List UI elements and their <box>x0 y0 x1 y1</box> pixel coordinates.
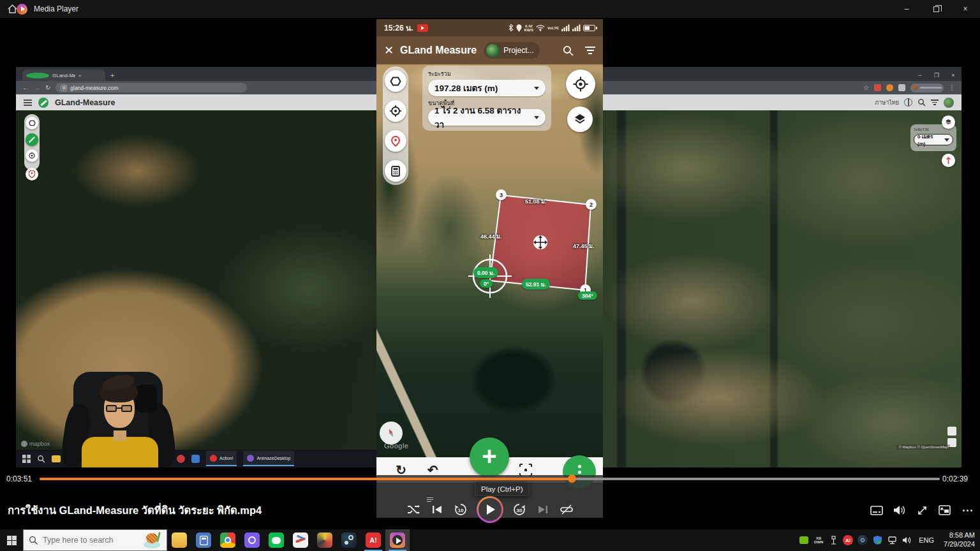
language-selector[interactable]: ภาษาไทย <box>875 98 899 107</box>
new-tab-icon[interactable]: + <box>110 71 114 79</box>
vertex-2[interactable]: 2 <box>586 199 597 210</box>
recorded-start-icon[interactable] <box>22 455 31 463</box>
reload-icon[interactable]: ↻ <box>45 84 50 91</box>
extension-chat-icon[interactable] <box>898 84 905 91</box>
distance-dropdown[interactable]: 197.28 เมตร (m) <box>428 80 546 96</box>
taskbar-game-app[interactable] <box>313 529 337 551</box>
site-avatar[interactable] <box>944 98 954 108</box>
search-input[interactable] <box>43 536 119 545</box>
polygon-tool-icon[interactable] <box>26 117 38 129</box>
layers-button[interactable] <box>567 107 593 132</box>
back-icon[interactable]: ← <box>22 84 29 91</box>
restore-button[interactable] <box>921 0 951 18</box>
desktop-survey-icon[interactable] <box>942 154 955 167</box>
area-dropdown[interactable]: 1 ไร่ 2 งาน 6.58 ตารางวา <box>428 109 546 126</box>
taskbar-purple-app[interactable] <box>240 529 264 551</box>
browser-restore-icon[interactable]: ❐ <box>928 72 945 78</box>
pin-tool-icon[interactable] <box>26 168 38 180</box>
start-button[interactable] <box>0 529 23 551</box>
play-button[interactable] <box>477 496 503 523</box>
extension-fox-icon[interactable] <box>886 84 893 91</box>
minimize-button[interactable]: – <box>892 0 921 18</box>
desktop-layers-icon[interactable] <box>942 115 955 129</box>
taskbar-search[interactable] <box>23 529 167 551</box>
phone-map[interactable]: 3 2 1 51.08 ม. 46.44 ม. 47.45 ม. 52.91 ม… <box>376 64 603 457</box>
taskbar-chrome[interactable] <box>216 529 240 551</box>
close-button[interactable]: × <box>951 0 980 18</box>
tray-nvidia-icon[interactable] <box>799 535 809 545</box>
tray-usb-icon[interactable] <box>828 535 838 545</box>
caret-down-icon <box>534 116 539 119</box>
taskbar-snip-app[interactable] <box>288 529 313 551</box>
extension-icon[interactable] <box>874 84 881 91</box>
volume-icon[interactable] <box>892 503 907 518</box>
menu-icon[interactable] <box>24 98 32 107</box>
globe-icon[interactable] <box>904 98 912 107</box>
taskbar-steam[interactable] <box>337 529 361 551</box>
project-selector[interactable]: Project... <box>484 42 540 59</box>
bookmark-star-icon[interactable]: ☆ <box>863 84 869 91</box>
tab-close-icon[interactable]: × <box>78 73 101 78</box>
browser-tab[interactable]: GLand-Measure × <box>22 70 105 81</box>
recorded-tray-icon-1[interactable] <box>177 455 185 463</box>
recorded-app-animaze[interactable]: AnimazeDesktop <box>243 451 294 466</box>
forward-icon[interactable]: → <box>34 84 40 91</box>
forward-30-icon[interactable]: 30 <box>512 502 527 517</box>
tray-steam-icon[interactable] <box>858 535 868 545</box>
tray-volume-icon[interactable] <box>902 535 912 545</box>
taskbar-media-player[interactable] <box>385 529 410 551</box>
subtitles-icon[interactable] <box>869 503 884 518</box>
taskbar-line-app[interactable] <box>264 529 288 551</box>
phone-pin-tool-icon[interactable] <box>385 130 406 152</box>
map-fullscreen-icon[interactable] <box>947 427 956 436</box>
tray-aimp-icon[interactable]: A! <box>843 535 853 545</box>
more-options-icon[interactable] <box>960 503 975 518</box>
vertex-3[interactable]: 3 <box>496 189 507 200</box>
repeat-off-icon[interactable] <box>559 502 574 517</box>
target-tool-icon[interactable] <box>26 149 38 162</box>
browser-menu-icon[interactable]: ⋮ <box>949 84 955 91</box>
tray-xbdwn-icon[interactable]: XBDWN <box>813 535 824 545</box>
rewind-10-icon[interactable]: 10 <box>453 502 468 517</box>
home-icon[interactable] <box>8 4 17 13</box>
next-track-icon[interactable] <box>535 502 551 517</box>
phone-target-tool-icon[interactable] <box>385 100 406 122</box>
search-highlight-tiger-image[interactable] <box>142 532 164 550</box>
site-filter-icon[interactable] <box>931 98 939 107</box>
site-search-icon[interactable] <box>917 98 926 107</box>
tray-defender-icon[interactable] <box>872 535 882 545</box>
url-field[interactable]: ⊞ gland-measure.com <box>56 83 247 92</box>
recorded-tray-icon-2[interactable] <box>191 455 200 463</box>
previous-track-icon[interactable] <box>429 502 445 517</box>
seek-bar[interactable] <box>40 478 940 480</box>
mini-player-icon[interactable] <box>937 503 953 518</box>
measure-tool-icon[interactable] <box>26 133 38 146</box>
site-settings-icon[interactable]: ⊞ <box>61 85 67 91</box>
phone-close-icon[interactable]: ✕ <box>384 43 394 57</box>
recorded-app-action[interactable]: Action! <box>206 451 237 466</box>
fullscreen-icon[interactable] <box>914 503 930 518</box>
tab-title: GLand-Measure <box>52 73 75 78</box>
capture-icon[interactable] <box>519 464 532 476</box>
tray-clock[interactable]: 8:58 AM 7/29/2024 <box>941 531 975 549</box>
add-point-button[interactable]: + <box>470 437 509 477</box>
tray-network-icon[interactable] <box>887 535 897 545</box>
recorded-explorer-icon[interactable] <box>52 455 61 462</box>
phone-filter-icon[interactable] <box>585 45 595 56</box>
browser-close-icon[interactable]: × <box>945 72 961 78</box>
shuffle-icon[interactable] <box>406 502 421 517</box>
taskbar-action-app[interactable]: A! <box>361 529 385 551</box>
recorded-search-icon[interactable] <box>37 455 45 463</box>
browser-minimize-icon[interactable]: – <box>912 72 928 78</box>
phone-app-title: GLand Measure <box>400 45 477 56</box>
phone-search-icon[interactable] <box>563 45 574 56</box>
compass-icon[interactable] <box>380 422 403 444</box>
phone-polygon-tool-icon[interactable] <box>385 70 406 92</box>
desktop-distance-dropdown[interactable]: 0 เมตร (m) <box>914 134 953 145</box>
my-location-button[interactable] <box>566 70 595 99</box>
profile-pill[interactable] <box>910 84 944 92</box>
tray-language[interactable]: ENG <box>916 536 937 544</box>
taskbar-calculator[interactable] <box>191 529 216 551</box>
taskbar-explorer[interactable] <box>167 529 191 551</box>
phone-calculator-tool-icon[interactable] <box>385 160 406 182</box>
